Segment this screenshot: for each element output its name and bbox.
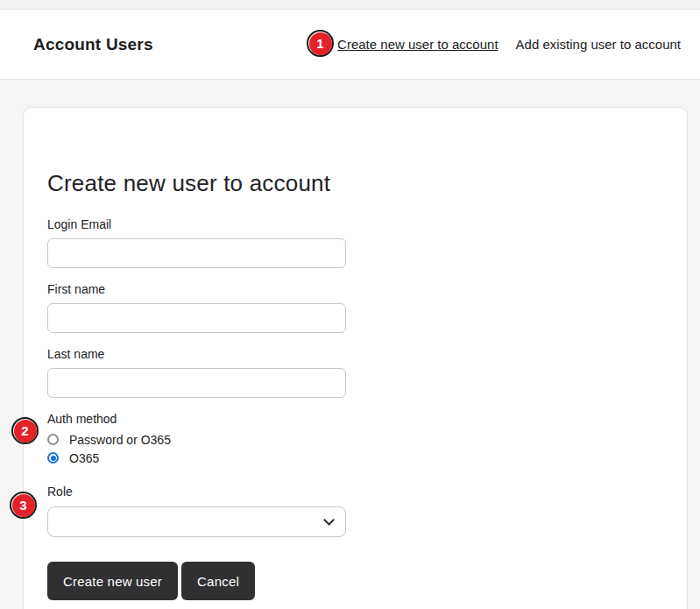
auth-method-group: Auth method Password or O365 O365	[47, 412, 663, 467]
first-name-label: First name	[47, 282, 663, 296]
radio-icon	[47, 452, 59, 464]
last-name-label: Last name	[47, 347, 663, 361]
cancel-button[interactable]: Cancel	[181, 562, 255, 600]
top-strip	[0, 0, 700, 10]
radio-icon	[47, 434, 59, 445]
add-existing-user-link[interactable]: Add existing user to account	[516, 37, 681, 52]
page-header: Account Users Create new user to account…	[0, 10, 700, 80]
login-email-group: Login Email	[47, 217, 663, 268]
page-title: Account Users	[33, 35, 153, 54]
role-group: Role	[47, 485, 663, 537]
create-user-card: Create new user to account Login Email F…	[23, 107, 688, 609]
role-select[interactable]	[47, 506, 346, 537]
form-heading: Create new user to account	[47, 170, 663, 197]
role-label: Role	[47, 485, 663, 499]
radio-password-or-o365-label: Password or O365	[69, 433, 171, 447]
form-actions: Create new user Cancel	[47, 562, 663, 600]
first-name-input[interactable]	[47, 303, 346, 333]
step-marker-2: 2	[11, 417, 39, 444]
radio-o365-label: O365	[69, 451, 99, 465]
last-name-input[interactable]	[47, 368, 346, 398]
auth-method-label: Auth method	[47, 412, 663, 426]
step-marker-1-number: 1	[309, 32, 332, 55]
header-actions: Create new user to account Add existing …	[306, 37, 681, 52]
step-marker-3: 3	[10, 492, 37, 519]
create-new-user-link[interactable]: Create new user to account	[337, 37, 498, 52]
step-marker-2-number: 2	[14, 420, 37, 443]
create-new-user-button[interactable]: Create new user	[47, 562, 178, 600]
radio-password-or-o365[interactable]: Password or O365	[47, 430, 663, 449]
chevron-down-icon	[323, 514, 335, 526]
last-name-group: Last name	[47, 347, 663, 398]
login-email-label: Login Email	[47, 217, 663, 231]
radio-o365[interactable]: O365	[47, 449, 663, 467]
step-marker-1: 1	[307, 30, 334, 57]
step-marker-3-number: 3	[12, 494, 35, 517]
first-name-group: First name	[47, 282, 663, 333]
login-email-input[interactable]	[47, 238, 346, 268]
